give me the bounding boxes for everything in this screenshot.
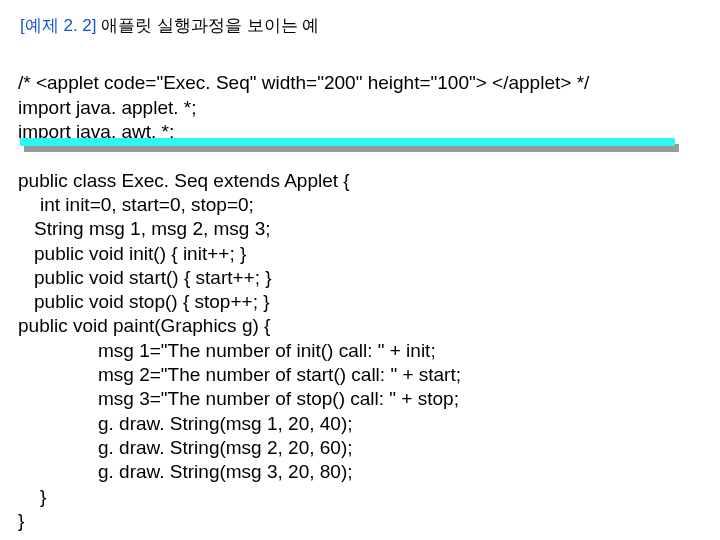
code-block: /* <applet code="Exec. Seq" width="200" … — [18, 47, 706, 540]
example-heading: [예제 2. 2] 애플릿 실행과정을 보이는 예 — [20, 14, 706, 37]
code-line: } — [18, 486, 46, 507]
code-line: g. draw. String(msg 3, 20, 80); — [18, 461, 353, 482]
heading-text: 애플릿 실행과정을 보이는 예 — [101, 16, 319, 35]
code-line: msg 2="The number of start() call: " + s… — [18, 364, 461, 385]
code-line: import java. applet. *; — [18, 97, 196, 118]
heading-prefix: [예제 2. 2] — [20, 16, 101, 35]
code-line: public void init() { init++; } — [18, 243, 246, 264]
code-line: msg 1="The number of init() call: " + in… — [18, 340, 436, 361]
code-line: msg 3="The number of stop() call: " + st… — [18, 388, 459, 409]
code-line: int init=0, start=0, stop=0; — [18, 194, 254, 215]
code-line: public void stop() { stop++; } — [18, 291, 270, 312]
code-line: } — [18, 510, 24, 531]
code-line: g. draw. String(msg 2, 20, 60); — [18, 437, 353, 458]
document-page: [예제 2. 2] 애플릿 실행과정을 보이는 예 /* <applet cod… — [0, 0, 720, 540]
code-line: public void start() { start++; } — [18, 267, 272, 288]
code-line: /* <applet code="Exec. Seq" width="200" … — [18, 72, 589, 93]
code-line: public void paint(Graphics g) { — [18, 315, 270, 336]
highlight-divider — [18, 142, 706, 152]
code-line: public class Exec. Seq extends Applet { — [18, 170, 350, 191]
code-line: String msg 1, msg 2, msg 3; — [18, 218, 271, 239]
code-line: g. draw. String(msg 1, 20, 40); — [18, 413, 353, 434]
